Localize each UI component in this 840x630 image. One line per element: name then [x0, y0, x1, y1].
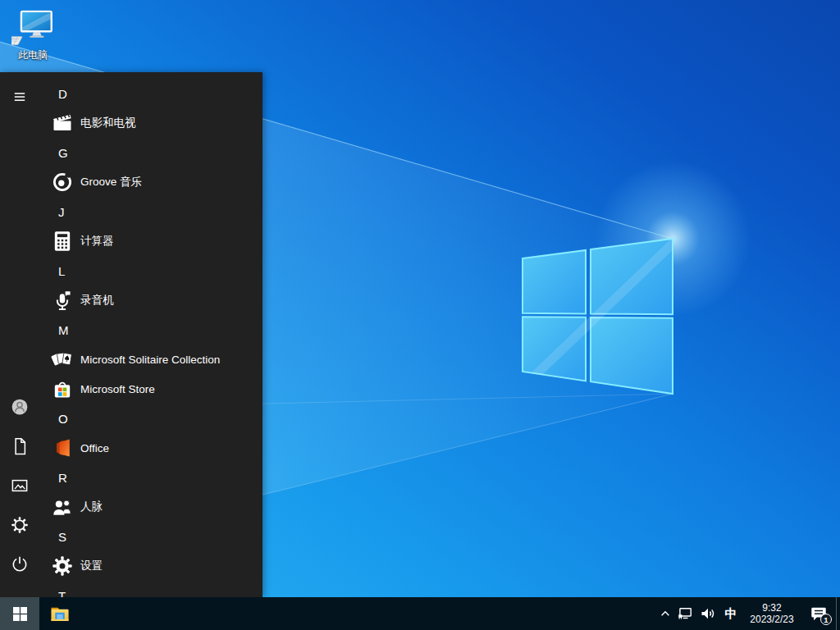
app-item-store[interactable]: Microsoft Store — [39, 374, 262, 404]
app-icon — [51, 171, 74, 194]
app-icon — [51, 436, 74, 459]
section-header-L[interactable]: L — [39, 256, 262, 285]
app-item-groove[interactable]: Groove 音乐 — [39, 167, 262, 197]
volume-icon — [700, 605, 716, 622]
section-header-T[interactable]: T — [39, 581, 262, 597]
start-app-list: D 电影和电视 G Groove 音乐 J 计算器 L 录音机 M Micros… — [39, 79, 262, 597]
taskbar: 中 9:32 2023/2/23 1 — [0, 597, 840, 630]
volume-tray-button[interactable] — [696, 597, 719, 630]
section-header-M[interactable]: M — [39, 315, 262, 345]
expand-menu-button[interactable] — [0, 77, 39, 116]
hamburger-icon — [11, 88, 29, 106]
desktop-icon-this-pc[interactable]: 此电脑 — [7, 10, 59, 61]
this-pc-icon — [11, 10, 54, 48]
pictures-icon — [10, 476, 30, 495]
app-item-settings[interactable]: 设置 — [39, 551, 262, 581]
chevron-up-icon — [660, 608, 671, 619]
section-header-J[interactable]: J — [39, 197, 262, 226]
desktop: 此电脑 — [0, 0, 840, 630]
section-letter: O — [58, 412, 68, 426]
clock-date: 2023/2/23 — [750, 614, 793, 625]
section-header-O[interactable]: O — [39, 404, 262, 433]
app-label: 录音机 — [80, 293, 114, 308]
power-icon — [10, 555, 30, 574]
settings-button[interactable] — [0, 505, 39, 545]
app-label: 电影和电视 — [80, 116, 136, 130]
pictures-button[interactable] — [0, 466, 39, 505]
app-icon — [51, 289, 74, 312]
app-item-recorder[interactable]: 录音机 — [39, 285, 262, 315]
file-explorer-button[interactable] — [39, 597, 80, 630]
ime-indicator[interactable]: 中 — [719, 597, 742, 630]
app-label: 设置 — [80, 559, 103, 573]
app-icon — [51, 230, 74, 253]
action-center-button[interactable]: 1 — [801, 597, 836, 630]
documents-button[interactable] — [0, 427, 39, 466]
desktop-icon-label: 此电脑 — [18, 49, 48, 61]
app-label: Groove 音乐 — [80, 175, 142, 189]
section-letter: L — [58, 264, 65, 278]
app-item-movies[interactable]: 电影和电视 — [39, 108, 262, 138]
show-desktop-button[interactable] — [836, 597, 840, 630]
section-letter: G — [58, 146, 68, 160]
start-menu-rail — [0, 72, 39, 597]
section-header-S[interactable]: S — [39, 522, 262, 551]
section-letter: D — [58, 87, 67, 101]
document-icon — [10, 436, 30, 456]
app-label: Office — [80, 442, 109, 454]
app-label: Microsoft Solitaire Collection — [80, 354, 220, 366]
section-header-G[interactable]: G — [39, 138, 262, 167]
network-tray-button[interactable] — [675, 597, 696, 630]
folder-icon — [49, 603, 71, 624]
app-item-calculator[interactable]: 计算器 — [39, 226, 262, 256]
app-icon — [51, 555, 74, 578]
app-label: 计算器 — [80, 234, 114, 249]
notification-badge: 1 — [820, 614, 832, 625]
app-label: 人脉 — [80, 500, 103, 514]
section-header-R[interactable]: R — [39, 463, 262, 492]
app-icon — [51, 495, 74, 518]
app-item-solitaire[interactable]: Microsoft Solitaire Collection — [39, 345, 262, 374]
section-letter: M — [58, 323, 69, 337]
user-avatar-icon — [10, 397, 30, 417]
clock[interactable]: 9:32 2023/2/23 — [742, 597, 801, 630]
system-tray: 中 9:32 2023/2/23 1 — [655, 597, 840, 630]
start-menu: D 电影和电视 G Groove 音乐 J 计算器 L 录音机 M Micros… — [0, 72, 262, 597]
section-letter: J — [58, 205, 65, 219]
start-button[interactable] — [0, 597, 39, 630]
app-icon — [51, 348, 74, 371]
app-item-office[interactable]: Office — [39, 433, 262, 463]
user-account-button[interactable] — [0, 387, 39, 427]
clock-time: 9:32 — [750, 602, 793, 614]
power-button[interactable] — [0, 545, 39, 584]
windows-logo-icon — [13, 607, 27, 621]
app-icon — [51, 112, 74, 135]
section-letter: S — [58, 530, 66, 544]
section-header-D[interactable]: D — [39, 79, 262, 108]
app-label: Microsoft Store — [80, 383, 155, 395]
network-icon — [678, 605, 694, 622]
show-hidden-icons-button[interactable] — [655, 597, 675, 630]
app-icon — [51, 377, 74, 400]
gear-icon — [10, 515, 30, 535]
section-letter: R — [58, 471, 67, 485]
app-item-people[interactable]: 人脉 — [39, 492, 262, 522]
section-letter: T — [58, 589, 66, 598]
